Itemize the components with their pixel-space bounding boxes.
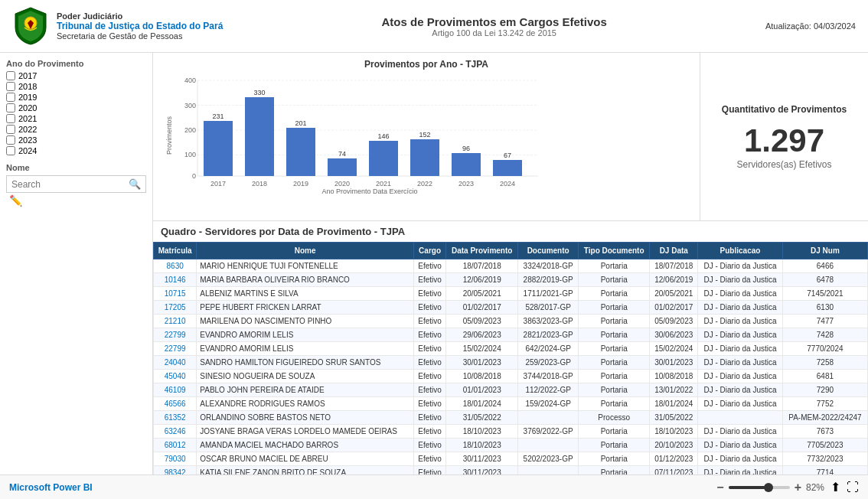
svg-text:2024: 2024	[500, 180, 515, 188]
checkbox-2023[interactable]	[6, 135, 15, 145]
table-cell: 1711/2021-GP	[518, 287, 579, 301]
checkbox-2024[interactable]	[6, 146, 15, 155]
zoom-percent: 82%	[806, 482, 824, 493]
table-cell: 31/05/2022	[446, 411, 518, 425]
svg-text:2022: 2022	[417, 180, 432, 188]
table-row: 46566ALEXANDRE RODRIGUES RAMOSEfetivo18/…	[154, 397, 868, 411]
table-cell: DJ - Diario da Justica	[698, 370, 783, 383]
table-row: 46109PABLO JOHN PEREIRA DE ATAIDEEfetivo…	[154, 383, 868, 397]
table-cell: DJ - Diario da Justica	[698, 439, 783, 452]
checkbox-2022[interactable]	[6, 125, 15, 134]
left-panel: Ano do Provimento 2017 2018 2019 2020 20…	[0, 53, 153, 475]
table-cell: Efetivo	[414, 411, 446, 425]
checkbox-2021[interactable]	[6, 114, 15, 123]
checkbox-2020[interactable]	[6, 103, 15, 113]
checkbox-2018[interactable]	[6, 82, 15, 91]
svg-text:2020: 2020	[334, 180, 350, 188]
table-cell: 30/01/2023	[650, 356, 698, 370]
svg-text:74: 74	[338, 150, 346, 158]
year-checkbox-2018[interactable]: 2018	[6, 82, 146, 91]
table-cell: 13/01/2022	[650, 383, 698, 397]
table-row: 10146MARIA BARBARA OLIVEIRA RIO BRANCOEf…	[154, 273, 868, 287]
data-table: Matrícula Nome Cargo Data Provimento Doc…	[153, 242, 868, 475]
table-row: 61352ORLANDINO SOBRE BASTOS NETOEfetivo3…	[154, 411, 868, 425]
table-cell: ALBENIZ MARTINS E SILVA	[197, 287, 414, 301]
table-cell: 7714	[782, 466, 867, 475]
checkbox-2019[interactable]	[6, 93, 15, 102]
col-nome: Nome	[197, 243, 414, 259]
share-icon[interactable]: ⬆	[830, 480, 840, 494]
table-cell: 45040	[154, 370, 197, 383]
table-cell: Efetivo	[414, 356, 446, 370]
table-cell: 7258	[782, 356, 867, 370]
table-cell: EVANDRO AMORIM LELIS	[197, 342, 414, 356]
footer-icons: ⬆ ⛶	[830, 480, 859, 494]
table-cell: 8630	[154, 259, 197, 273]
table-wrapper[interactable]: Matrícula Nome Cargo Data Provimento Doc…	[153, 242, 868, 475]
table-cell: 10715	[154, 287, 197, 301]
year-checkbox-2021[interactable]: 2021	[6, 114, 146, 123]
col-matricula: Matrícula	[154, 243, 197, 259]
table-cell: DJ - Diario da Justica	[698, 273, 783, 287]
year-checkbox-2024[interactable]: 2024	[6, 146, 146, 155]
search-input[interactable]	[11, 179, 129, 190]
table-row: 22799EVANDRO AMORIM LELISEfetivo29/06/20…	[154, 328, 868, 342]
table-cell: KATIA SILENE ZANON BRITO DE SOUZA	[197, 466, 414, 475]
table-row: 8630MARIO HENRIQUE TUJI FONTENELLEEfetiv…	[154, 259, 868, 273]
table-cell: 159/2024-GP	[518, 397, 579, 411]
table-cell: Processo	[579, 411, 650, 425]
footer-left: Microsoft Power BI	[9, 482, 93, 493]
table-cell: 6481	[782, 370, 867, 383]
table-row: 17205PEPE HUBERT FRICKEN LARRATEfetivo01…	[154, 301, 868, 315]
quant-number: 1.297	[744, 122, 824, 159]
year-checkbox-2023[interactable]: 2023	[6, 135, 146, 145]
svg-rect-27	[410, 139, 439, 176]
table-cell: Efetivo	[414, 452, 446, 466]
table-cell: DJ - Diario da Justica	[698, 383, 783, 397]
table-cell: ALEXANDRE RODRIGUES RAMOS	[197, 397, 414, 411]
svg-text:201: 201	[295, 119, 306, 127]
table-cell: 68012	[154, 439, 197, 452]
table-cell: 17205	[154, 301, 197, 315]
table-cell: Portaria	[579, 356, 650, 370]
col-cargo: Cargo	[414, 243, 446, 259]
year-checkbox-2022[interactable]: 2022	[6, 125, 146, 134]
table-cell: Portaria	[579, 425, 650, 439]
svg-text:231: 231	[212, 113, 224, 120]
table-cell: MARIO HENRIQUE TUJI FONTENELLE	[197, 259, 414, 273]
search-wrapper[interactable]: 🔍	[6, 175, 146, 193]
quantitative-panel: Quantitativo de Provimentos 1.297 Servid…	[700, 53, 868, 220]
svg-rect-30	[452, 153, 481, 176]
table-cell: Efetivo	[414, 287, 446, 301]
table-cell: 46109	[154, 383, 197, 397]
table-cell: 31/05/2022	[650, 411, 698, 425]
checkbox-2017[interactable]	[6, 71, 15, 80]
zoom-thumb[interactable]	[764, 483, 773, 492]
table-cell: Efetivo	[414, 328, 446, 342]
table-cell: 15/02/2024	[650, 342, 698, 356]
quant-subtitle: Servidores(as) Efetivos	[736, 159, 831, 170]
table-cell: Portaria	[579, 315, 650, 328]
table-cell: 6478	[782, 273, 867, 287]
nome-search-section: Nome 🔍 ✏️	[6, 163, 146, 207]
powerbi-link[interactable]: Microsoft Power BI	[9, 482, 93, 493]
table-cell: 2821/2023-GP	[518, 328, 579, 342]
year-checkbox-2017[interactable]: 2017	[6, 71, 146, 80]
zoom-plus-button[interactable]: +	[795, 481, 801, 494]
table-cell: 46566	[154, 397, 197, 411]
table-cell: Efetivo	[414, 439, 446, 452]
org-line3: Secretaria de Gestão de Pessoas	[57, 31, 223, 41]
zoom-slider[interactable]	[729, 486, 790, 489]
table-cell: 20/10/2023	[650, 439, 698, 452]
year-checkbox-2019[interactable]: 2019	[6, 93, 146, 102]
zoom-minus-button[interactable]: −	[716, 481, 723, 494]
table-cell: 7290	[782, 383, 867, 397]
search-label: Nome	[6, 163, 146, 172]
svg-text:400: 400	[184, 77, 196, 84]
year-checkbox-2020[interactable]: 2020	[6, 103, 146, 113]
expand-icon[interactable]: ⛶	[847, 481, 859, 494]
table-cell: AMANDA MACIEL MACHADO BARROS	[197, 439, 414, 452]
table-cell: 30/11/2023	[446, 452, 518, 466]
table-cell	[518, 439, 579, 452]
table-cell: 7477	[782, 315, 867, 328]
